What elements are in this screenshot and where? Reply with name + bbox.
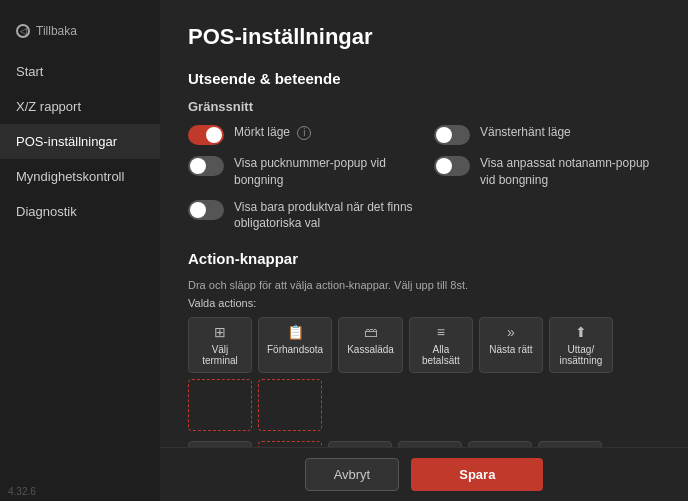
sidebar-item-start[interactable]: Start xyxy=(0,54,160,89)
footer: Avbryt Spara xyxy=(160,447,688,501)
sidebar-item-myndighetskontroll[interactable]: Myndighetskontroll xyxy=(0,159,160,194)
toggle-label-left-hand: Vänsterhänt läge xyxy=(480,124,571,141)
toggle-row-custom-note: Visa anpassat notanamn-popup vid bongnin… xyxy=(434,155,660,189)
toggle-puck-popup[interactable] xyxy=(188,156,224,176)
toggle-label-show-products: Visa bara produktval när det finns oblig… xyxy=(234,199,414,233)
action-btn-forhandsota[interactable]: 📋 Förhandsota xyxy=(258,317,332,373)
selected-actions-row: ⊞ Väljterminal 📋 Förhandsota 🗃 Kassaläda… xyxy=(188,317,660,431)
info-icon-dark-mode[interactable]: i xyxy=(297,126,311,140)
toggle-dark-mode[interactable] xyxy=(188,125,224,145)
cancel-button[interactable]: Avbryt xyxy=(305,458,400,491)
kassalada-icon: 🗃 xyxy=(364,324,378,340)
toggle-row-left-hand: Vänsterhänt läge xyxy=(434,124,660,145)
kassalada-label: Kassaläda xyxy=(347,344,394,355)
subsection-interface: Gränssnitt xyxy=(188,99,660,114)
uttag-insattning-icon: ⬆ xyxy=(575,324,587,340)
action-desc: Dra och släpp för att välja action-knapp… xyxy=(188,279,660,291)
toggle-custom-note[interactable] xyxy=(434,156,470,176)
sidebar-item-xz-rapport[interactable]: X/Z rapport xyxy=(0,89,160,124)
toggle-label-custom-note: Visa anpassat notanamn-popup vid bongnin… xyxy=(480,155,660,189)
nasta-ratt-label: Nästa rätt xyxy=(489,344,532,355)
velj-terminal-label: Väljterminal xyxy=(202,344,238,366)
action-btn-nasta-ratt[interactable]: » Nästa rätt xyxy=(479,317,543,373)
main-content: POS-inställningar Utseende & beteende Gr… xyxy=(160,0,688,501)
page-title: POS-inställningar xyxy=(188,24,660,50)
back-icon: ◁ xyxy=(16,24,30,38)
sidebar-item-diagnostik[interactable]: Diagnostik xyxy=(0,194,160,229)
action-btn-empty-2[interactable] xyxy=(258,379,322,431)
toggle-row-show-products: Visa bara produktval när det finns oblig… xyxy=(188,199,414,233)
toggles-grid: Mörkt läge i Vänsterhänt läge xyxy=(188,124,660,232)
toggle-row-dark-mode: Mörkt läge i xyxy=(188,124,414,145)
section-actions: Action-knappar xyxy=(188,250,660,267)
forhandsota-icon: 📋 xyxy=(287,324,304,340)
version-label: 4.32.6 xyxy=(8,486,36,497)
action-btn-kassalada[interactable]: 🗃 Kassaläda xyxy=(338,317,403,373)
action-btn-uttag-insattning[interactable]: ⬆ Uttag/insättning xyxy=(549,317,613,373)
section-appearance: Utseende & beteende xyxy=(188,70,660,87)
toggle-show-products[interactable] xyxy=(188,200,224,220)
action-btn-alla-betalsatt[interactable]: ≡ Allabetalsätt xyxy=(409,317,473,373)
toggle-label-dark-mode: Mörkt läge i xyxy=(234,124,311,141)
action-sublabel: Valda actions: xyxy=(188,297,660,309)
nasta-ratt-icon: » xyxy=(507,324,515,340)
save-button[interactable]: Spara xyxy=(411,458,543,491)
sidebar-item-pos-installningar[interactable]: POS-inställningar xyxy=(0,124,160,159)
toggle-row-puck-popup: Visa pucknummer-popup vid bongning xyxy=(188,155,414,189)
uttag-insattning-label: Uttag/insättning xyxy=(559,344,602,366)
velj-terminal-icon: ⊞ xyxy=(214,324,226,340)
toggle-left-hand[interactable] xyxy=(434,125,470,145)
alla-betalsatt-label: Allabetalsätt xyxy=(422,344,460,366)
forhandsota-label: Förhandsota xyxy=(267,344,323,355)
toggle-label-puck-popup: Visa pucknummer-popup vid bongning xyxy=(234,155,414,189)
action-btn-velj-terminal[interactable]: ⊞ Väljterminal xyxy=(188,317,252,373)
back-button[interactable]: ◁ Tillbaka xyxy=(0,16,160,46)
back-label: Tillbaka xyxy=(36,24,77,38)
action-btn-empty-1[interactable] xyxy=(188,379,252,431)
alla-betalsatt-icon: ≡ xyxy=(437,324,445,340)
sidebar: ◁ Tillbaka Start X/Z rapport POS-inställ… xyxy=(0,0,160,501)
